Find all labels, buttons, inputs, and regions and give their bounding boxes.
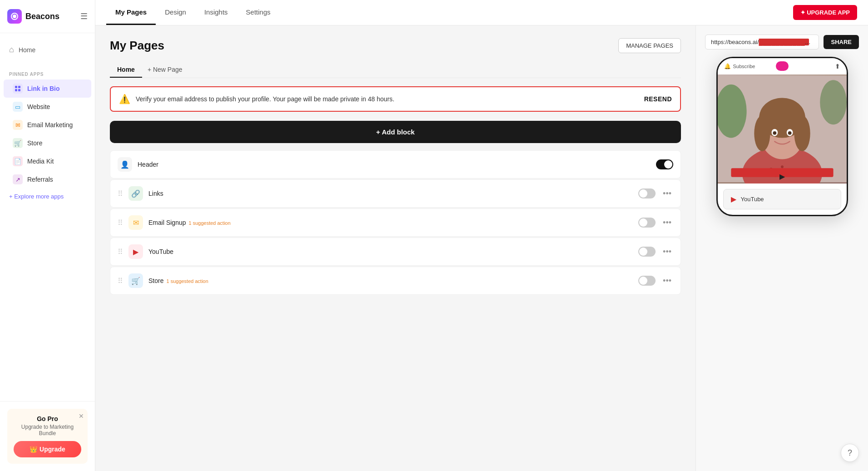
svg-rect-4 — [15, 89, 17, 91]
store-block-icon: 🛒 — [128, 273, 143, 288]
sidebar-item-link-in-bio[interactable]: Link in Bio — [4, 79, 91, 98]
help-button[interactable]: ? — [841, 444, 859, 462]
sidebar-item-home[interactable]: ⌂ Home — [0, 40, 95, 59]
add-page-label: + New Page — [148, 66, 182, 73]
subscribe-label: Subscribe — [733, 64, 755, 69]
store-label: Store — [27, 139, 42, 147]
upgrade-label: Upgrade — [39, 446, 65, 453]
upgrade-button[interactable]: 👑 Upgrade — [14, 441, 81, 457]
tab-settings[interactable]: Settings — [237, 0, 280, 25]
sidebar-item-referrals[interactable]: ↗ Referrals — [4, 170, 91, 188]
tab-design-label: Design — [165, 8, 186, 16]
email-signup-toggle[interactable] — [638, 218, 656, 228]
manage-pages-button[interactable]: MANAGE PAGES — [618, 38, 681, 53]
referrals-label: Referrals — [27, 176, 53, 183]
link-in-bio-label: Link in Bio — [27, 85, 60, 92]
crown-icon: 👑 — [30, 446, 37, 453]
beacons-logo-icon — [7, 9, 22, 24]
email-signup-more-button[interactable]: ••• — [661, 216, 673, 229]
sidebar-item-email-marketing[interactable]: ✉ Email Marketing — [4, 116, 91, 134]
tab-design[interactable]: Design — [156, 0, 195, 25]
phone-subscribe[interactable]: 🔔 Subscribe — [724, 63, 755, 69]
media-kit-icon: 📄 — [13, 156, 23, 166]
tab-insights-label: Insights — [204, 8, 228, 16]
store-toggle[interactable] — [638, 276, 656, 286]
tab-insights[interactable]: Insights — [195, 0, 237, 25]
svg-point-0 — [13, 15, 16, 18]
bell-icon: 🔔 — [724, 63, 731, 69]
email-marketing-label: Email Marketing — [27, 121, 73, 129]
youtube-play-icon: ▶ — [731, 195, 736, 203]
sidebar-item-website[interactable]: ▭ Website — [4, 98, 91, 116]
share-button[interactable]: SHARE — [824, 35, 859, 49]
store-icon: 🛒 — [13, 138, 23, 148]
go-pro-subtitle: Upgrade to Marketing Bundle — [14, 424, 81, 436]
go-pro-card: ✕ Go Pro Upgrade to Marketing Bundle 👑 U… — [7, 409, 88, 464]
store-more-button[interactable]: ••• — [661, 274, 673, 288]
sidebar-item-media-kit[interactable]: 📄 Media Kit — [4, 152, 91, 170]
sidebar-app-list: Link in Bio ▭ Website ✉ Email Marketing … — [0, 79, 95, 188]
youtube-block-name: YouTube — [148, 248, 633, 255]
link-in-bio-icon — [13, 84, 23, 94]
svg-point-20 — [788, 131, 791, 135]
phone-youtube-icon: ▶ — [779, 172, 785, 181]
phone-more-button[interactable] — [776, 61, 789, 71]
explore-more-link[interactable]: + Explore more apps — [0, 188, 95, 204]
block-item-header: 👤 Header — [110, 150, 681, 178]
add-page-tab[interactable]: + New Page — [142, 62, 188, 78]
youtube-block-icon: ▶ — [128, 244, 143, 259]
youtube-toggle[interactable] — [638, 247, 656, 257]
email-signup-block-name: Email Signup1 suggested action — [148, 219, 633, 226]
resend-button[interactable]: RESEND — [644, 95, 672, 103]
alert-banner: ⚠️ Verify your email address to publish … — [110, 86, 681, 112]
topnav-right: ✦ UPGRADE APP — [793, 5, 857, 20]
phone-share-icon[interactable]: ⬆ — [835, 63, 840, 70]
url-text: https://beacons.ai/ — [711, 39, 759, 45]
phone-youtube-button[interactable]: ▶ YouTube — [723, 189, 841, 209]
svg-rect-3 — [18, 86, 20, 88]
phone-hero-image: ▶ — [718, 74, 847, 183]
email-signup-drag-handle[interactable]: ⠿ — [118, 218, 123, 227]
topnav: My Pages Design Insights Settings ✦ UPGR… — [95, 0, 868, 25]
youtube-drag-handle[interactable]: ⠿ — [118, 248, 123, 256]
help-icon: ? — [848, 448, 852, 458]
links-drag-handle[interactable]: ⠿ — [118, 189, 123, 198]
preview-toolbar: https://beacons.ai/████████████... SHARE — [705, 35, 859, 50]
links-toggle[interactable] — [638, 188, 656, 198]
menu-toggle-icon[interactable]: ☰ — [80, 11, 88, 21]
email-signup-block-icon: ✉ — [128, 215, 143, 230]
sidebar-item-store[interactable]: 🛒 Store — [4, 134, 91, 152]
header-toggle[interactable] — [656, 159, 673, 169]
page-tabs: Home + New Page — [110, 62, 681, 78]
main-area: My Pages Design Insights Settings ✦ UPGR… — [95, 0, 868, 471]
block-item-links: ⠿ 🔗 Links ••• — [110, 179, 681, 208]
app-name: Beacons — [25, 12, 59, 21]
block-list: 👤 Header ⠿ 🔗 Links ••• ⠿ ✉ Email Signup1… — [110, 150, 681, 295]
email-marketing-icon: ✉ — [13, 120, 23, 130]
website-icon: ▭ — [13, 102, 23, 112]
sidebar-logo: Beacons ☰ — [0, 0, 95, 33]
add-block-button[interactable]: + Add block — [110, 121, 681, 143]
svg-point-9 — [781, 165, 784, 168]
left-panel: My Pages MANAGE PAGES Home + New Page ⚠️… — [95, 25, 695, 471]
youtube-more-button[interactable]: ••• — [661, 245, 673, 258]
home-icon: ⌂ — [9, 45, 14, 55]
store-drag-handle[interactable]: ⠿ — [118, 277, 123, 285]
go-pro-title: Go Pro — [14, 415, 81, 422]
phone-content: ▶ YouTube — [718, 183, 847, 215]
url-bar: https://beacons.ai/████████████... — [705, 35, 819, 50]
page-tab-home[interactable]: Home — [110, 62, 142, 78]
upgrade-app-label: ✦ UPGRADE APP — [800, 9, 850, 16]
store-block-name: Store1 suggested action — [148, 277, 633, 284]
links-block-icon: 🔗 — [128, 186, 143, 201]
media-kit-label: Media Kit — [27, 158, 54, 165]
go-pro-close-icon[interactable]: ✕ — [79, 412, 84, 420]
svg-rect-2 — [15, 86, 17, 88]
page-title: My Pages — [110, 39, 164, 53]
referrals-icon: ↗ — [13, 174, 23, 184]
links-more-button[interactable]: ••• — [661, 187, 673, 200]
tab-my-pages[interactable]: My Pages — [106, 0, 156, 25]
upgrade-app-button[interactable]: ✦ UPGRADE APP — [793, 5, 857, 20]
svg-point-22 — [820, 80, 847, 124]
block-item-email-signup: ⠿ ✉ Email Signup1 suggested action ••• — [110, 208, 681, 237]
